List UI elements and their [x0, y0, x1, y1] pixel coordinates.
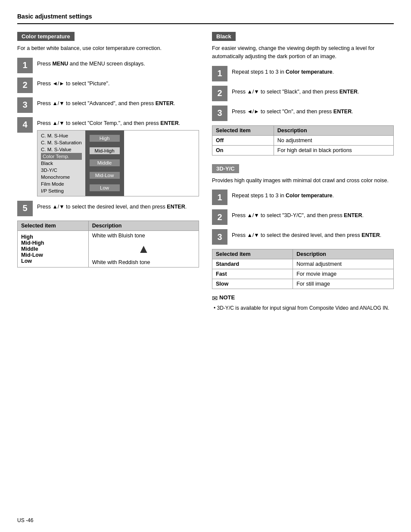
- 3dyc-step-2: 2 Press ▲/▼ to select "3D-Y/C", and then…: [212, 209, 394, 225]
- level-low: Low: [90, 184, 120, 191]
- table-row: High Mid-High Middle Mid-Low Low White w…: [18, 230, 199, 267]
- menu-levels: High Mid-High Middle Mid-Low Low: [85, 131, 124, 196]
- 3dyc-section: 3D-Y/C Provides high quality images with…: [212, 164, 394, 312]
- note-section: ✉ NOTE • 3D-Y/C is available for input s…: [212, 294, 394, 312]
- table-row: On For high detail in black portions: [212, 145, 394, 155]
- step-num-2: 2: [17, 78, 33, 93]
- black-table: Selected item Description Off No adjustm…: [212, 125, 394, 156]
- black-desc: For easier viewing, change the viewing d…: [212, 44, 394, 61]
- page-title: Basic adjustment settings: [17, 13, 394, 20]
- color-temp-step-5: 5 Press ▲/▼ to select the desired level,…: [17, 201, 199, 216]
- menu-item-film-mode: Film Mode: [41, 180, 82, 187]
- 3dyc-desc: Provides high quality images with minima…: [212, 177, 394, 185]
- 3dyc-col-selected: Selected item: [212, 249, 293, 259]
- 3dyc-step-3: 3 Press ▲/▼ to select the desired level,…: [212, 229, 394, 245]
- black-desc-off: No adjustment: [274, 135, 393, 145]
- top-divider: [17, 23, 394, 24]
- step-num-5: 5: [17, 201, 33, 216]
- step-text-5: Press ▲/▼ to select the desired level, a…: [37, 201, 187, 211]
- desc-top: White with Bluish tone: [92, 233, 195, 239]
- black-step-2: 2 Press ▲/▼ to select "Black", and then …: [212, 86, 394, 101]
- 3dyc-step-num-1: 1: [212, 190, 227, 205]
- menu-item-cms-hue: C. M. S-Hue: [41, 132, 82, 139]
- level-mid-high: Mid-High: [90, 147, 120, 154]
- 3dyc-col-desc: Description: [293, 249, 394, 259]
- black-item-on: On: [212, 145, 274, 155]
- 3dyc-desc-standard: Normal adjustment: [293, 259, 394, 269]
- col-header-selected: Selected item: [18, 221, 89, 230]
- menu-item-monochrome: Monochrome: [41, 174, 82, 180]
- menu-item-3dyc: 3D-Y/C: [41, 167, 82, 174]
- menu-item-cms-sat: C. M. S-Saturation: [41, 139, 82, 146]
- step-num-4: 4: [17, 117, 33, 133]
- color-temp-header: Color temperature: [17, 32, 75, 41]
- menu-item-ip-setting: I/P Setting: [41, 187, 82, 194]
- black-step-3: 3 Press ◄/► to select "On", and then pre…: [212, 106, 394, 121]
- desc-bottom: White with Reddish tone: [92, 259, 195, 265]
- table-row: Slow For still image: [212, 279, 394, 289]
- color-temp-table: Selected item Description High Mid-High …: [17, 221, 199, 268]
- 3dyc-step-text-3: Press ▲/▼ to select the desired level, a…: [232, 229, 381, 240]
- item-mid-low: Mid-Low: [21, 252, 85, 258]
- 3dyc-table: Selected item Description Standard Norma…: [212, 249, 394, 289]
- black-desc-on: For high detail in black portions: [274, 145, 393, 155]
- item-mid-high: Mid-High: [21, 240, 85, 246]
- 3dyc-step-text-1: Repeat steps 1 to 3 in Color temperature…: [232, 190, 334, 200]
- menu-item-color-temp: Color Temp.: [41, 153, 82, 160]
- col-header-desc: Description: [88, 221, 199, 230]
- black-step-text-2: Press ▲/▼ to select "Black", and then pr…: [232, 86, 359, 96]
- 3dyc-header: 3D-Y/C: [212, 164, 239, 173]
- step-text-3: Press ▲/▼ to select "Advanced", and then…: [37, 97, 175, 108]
- step-text-1: Press MENU and the MENU screen displays.: [37, 58, 145, 68]
- black-item-off: Off: [212, 135, 274, 145]
- note-icon: ✉: [212, 294, 218, 302]
- menu-list: C. M. S-Hue C. M. S-Saturation C. M. S-V…: [37, 131, 85, 196]
- desc-cell: White with Bluish tone ▲ White with Redd…: [88, 230, 199, 267]
- color-temp-step-1: 1 Press MENU and the MENU screen display…: [17, 58, 199, 73]
- item-high: High: [21, 234, 85, 240]
- step-text-2: Press ◄/► to select "Picture".: [37, 78, 109, 88]
- black-step-1: 1 Repeat steps 1 to 3 in Color temperatu…: [212, 66, 394, 81]
- 3dyc-desc-slow: For still image: [293, 279, 394, 289]
- level-middle: Middle: [90, 159, 120, 166]
- page-footer: US -46: [17, 517, 33, 523]
- table-row: Standard Normal adjustment: [212, 259, 394, 269]
- black-step-num-2: 2: [212, 86, 227, 101]
- arrow-up-icon: ▲: [92, 242, 195, 256]
- item-middle: Middle: [21, 246, 85, 252]
- black-col-desc: Description: [274, 125, 393, 135]
- black-step-text-1: Repeat steps 1 to 3 in Color temperature…: [232, 66, 334, 76]
- right-column: Black For easier viewing, change the vie…: [212, 32, 394, 312]
- note-label: NOTE: [219, 294, 235, 301]
- 3dyc-step-text-2: Press ▲/▼ to select "3D-Y/C", and then p…: [232, 209, 364, 220]
- 3dyc-desc-fast: For movie image: [293, 269, 394, 279]
- black-step-num-1: 1: [212, 66, 227, 81]
- 3dyc-step-1: 1 Repeat steps 1 to 3 in Color temperatu…: [212, 190, 394, 205]
- level-mid-low: Mid-Low: [90, 172, 120, 179]
- black-header: Black: [212, 32, 236, 41]
- step-num-1: 1: [17, 58, 33, 73]
- color-temp-section: Color temperature For a better white bal…: [17, 32, 199, 312]
- 3dyc-item-standard: Standard: [212, 259, 293, 269]
- table-row: Off No adjustment: [212, 135, 394, 145]
- menu-box: C. M. S-Hue C. M. S-Saturation C. M. S-V…: [37, 130, 199, 196]
- table-row: Fast For movie image: [212, 269, 394, 279]
- color-temp-step-4: 4 Press ▲/▼ to select "Color Temp.", and…: [17, 117, 199, 196]
- step-num-3: 3: [17, 97, 33, 113]
- level-high: High: [90, 135, 120, 142]
- color-temp-desc: For a better white balance, use color te…: [17, 44, 199, 53]
- menu-item-cms-val: C. M. S-Value: [41, 146, 82, 153]
- 3dyc-item-fast: Fast: [212, 269, 293, 279]
- black-step-num-3: 3: [212, 106, 227, 121]
- black-col-selected: Selected item: [212, 125, 274, 135]
- black-section: Black For easier viewing, change the vie…: [212, 32, 394, 156]
- menu-item-black: Black: [41, 160, 82, 167]
- color-temp-step-3: 3 Press ▲/▼ to select "Advanced", and th…: [17, 97, 199, 113]
- item-low: Low: [21, 258, 85, 264]
- color-temp-step-2: 2 Press ◄/► to select "Picture".: [17, 78, 199, 93]
- 3dyc-item-slow: Slow: [212, 279, 293, 289]
- 3dyc-step-num-3: 3: [212, 229, 227, 245]
- step-text-4: Press ▲/▼ to select "Color Temp.", and t…: [37, 117, 199, 128]
- 3dyc-step-num-2: 2: [212, 209, 227, 225]
- note-text: • 3D-Y/C is available for input signal f…: [214, 304, 394, 312]
